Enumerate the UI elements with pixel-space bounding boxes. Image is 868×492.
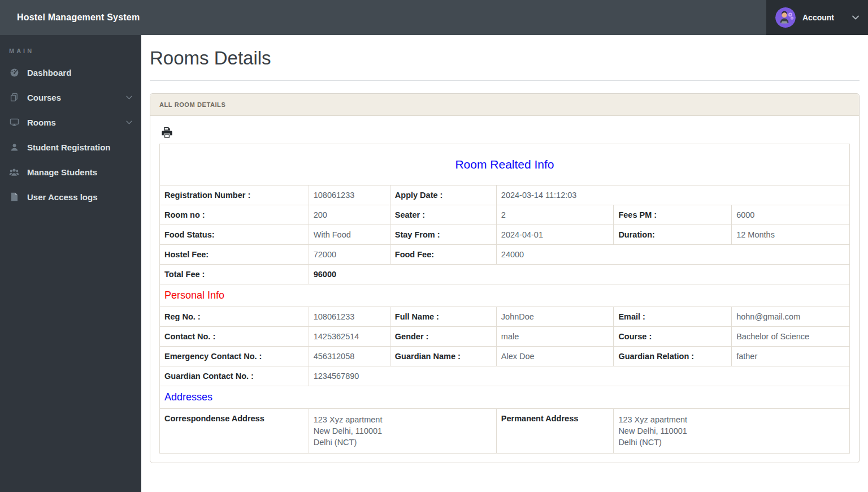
table-label-cell: Guardian Name :: [390, 347, 496, 366]
table-row: Correspondense Address123 Xyz apartmentN…: [160, 409, 850, 454]
panel-header: ALL ROOM DETAILS: [150, 94, 859, 116]
table-label-cell: Food Status:: [160, 225, 309, 245]
table-value-cell: JohnDoe: [496, 307, 614, 327]
table-label-cell: Seater :: [390, 205, 496, 225]
table-label-cell: Total Fee :: [160, 265, 309, 284]
table-label-cell: Hostel Fee:: [160, 245, 309, 265]
table-value-cell: 123 Xyz apartmentNew Delhi, 110001Delhi …: [309, 409, 496, 454]
printer-icon: [160, 126, 173, 139]
table-value-cell: With Food: [309, 225, 390, 245]
table-value-cell: 123 Xyz apartmentNew Delhi, 110001Delhi …: [614, 409, 850, 454]
table-value-cell: father: [732, 347, 850, 366]
avatar: [775, 7, 796, 28]
table-value-cell: male: [496, 327, 614, 347]
table-row: Guardian Contact No. :1234567890: [160, 366, 850, 386]
sidebar-item-manage-students[interactable]: Manage Students: [0, 159, 141, 184]
sidebar-item-student-registration[interactable]: Student Registration: [0, 135, 141, 159]
app-window: Hostel Management System Account MAIN Da…: [0, 0, 868, 492]
room-details-panel: ALL ROOM DETAILS Room Realted InfoRegist…: [150, 93, 860, 463]
table-value-cell: 108061233: [309, 185, 390, 205]
table-label-cell: Duration:: [614, 225, 732, 245]
table-value-cell: 12 Months: [732, 225, 850, 245]
main-content: Rooms Details ALL ROOM DETAILS Room: [141, 35, 868, 492]
desktop-icon: [9, 117, 19, 127]
table-label-cell: Guardian Contact No. :: [160, 366, 309, 386]
sidebar: MAIN DashboardCoursesRoomsStudent Regist…: [0, 35, 141, 492]
table-row: Reg No. :108061233Full Name :JohnDoeEmai…: [160, 307, 850, 327]
room-details-table: Room Realted InfoRegistration Number :10…: [159, 144, 850, 454]
table-value-cell: Bachelor of Science: [732, 327, 850, 347]
table-label-cell: Stay From :: [390, 225, 496, 245]
sidebar-item-user-access-logs[interactable]: User Access logs: [0, 184, 141, 209]
top-navbar: Hostel Management System Account: [0, 0, 868, 35]
table-label-cell: Room no :: [160, 205, 309, 225]
table-row: Personal Info: [160, 284, 850, 307]
table-value-cell: 2024-04-01: [496, 225, 614, 245]
table-row: Room no :200Seater :2Fees PM :6000: [160, 205, 850, 225]
table-row: Room Realted Info: [160, 144, 850, 185]
users-icon: [9, 167, 19, 177]
table-value-cell: hohn@gmail.com: [732, 307, 850, 327]
table-value-cell: Alex Doe: [496, 347, 614, 366]
table-label-cell: Reg No. :: [160, 307, 309, 327]
section-heading: Addresses: [160, 386, 850, 409]
sidebar-nav: DashboardCoursesRoomsStudent Registratio…: [0, 60, 141, 209]
print-button[interactable]: [160, 126, 173, 139]
table-value-cell: 72000: [309, 245, 390, 265]
chevron-down-icon: [126, 120, 132, 124]
table-label-cell: Permanent Address: [496, 409, 614, 454]
account-label: Account: [802, 13, 834, 22]
account-menu[interactable]: Account: [766, 0, 868, 35]
sidebar-section-label: MAIN: [0, 43, 141, 60]
page-title: Rooms Details: [150, 48, 860, 69]
table-row: Total Fee :96000: [160, 265, 850, 284]
panel-body: Room Realted InfoRegistration Number :10…: [150, 116, 859, 463]
chevron-down-icon: [852, 15, 859, 20]
table-value-cell: 108061233: [309, 307, 390, 327]
table-label-cell: Apply Date :: [390, 185, 496, 205]
table-value-cell: 6000: [732, 205, 850, 225]
app-title: Hostel Management System: [0, 12, 140, 23]
file-icon: [9, 192, 19, 202]
table-row: Emergency Contact No. :456312058Guardian…: [160, 347, 850, 366]
section-heading: Personal Info: [160, 284, 850, 307]
table-value-cell: 24000: [496, 245, 849, 265]
section-heading: Room Realted Info: [160, 144, 850, 185]
table-label-cell: Contact No. :: [160, 327, 309, 347]
table-label-cell: Correspondense Address: [160, 409, 309, 454]
table-label-cell: Fees PM :: [614, 205, 732, 225]
sidebar-item-rooms[interactable]: Rooms: [0, 110, 141, 135]
title-divider: [150, 80, 860, 81]
table-label-cell: Gender :: [390, 327, 496, 347]
table-value-cell: 1425362514: [309, 327, 390, 347]
sidebar-item-dashboard[interactable]: Dashboard: [0, 60, 141, 85]
table-row: Food Status:With FoodStay From :2024-04-…: [160, 225, 850, 245]
table-label-cell: Food Fee:: [390, 245, 496, 265]
table-value-cell: 2: [496, 205, 614, 225]
table-value-cell: 96000: [309, 265, 849, 284]
table-label-cell: Full Name :: [390, 307, 496, 327]
table-value-cell: 2024-03-14 11:12:03: [496, 185, 849, 205]
chevron-down-icon: [126, 96, 132, 100]
speedometer-icon: [9, 67, 19, 77]
table-label-cell: Emergency Contact No. :: [160, 347, 309, 366]
table-value-cell: 456312058: [309, 347, 390, 366]
docs-icon: [9, 92, 19, 102]
sidebar-item-label: User Access logs: [27, 192, 98, 202]
table-row: Addresses: [160, 386, 850, 409]
table-value-cell: 200: [309, 205, 390, 225]
table-label-cell: Registration Number :: [160, 185, 309, 205]
table-label-cell: Email :: [614, 307, 732, 327]
table-value-cell: 1234567890: [309, 366, 849, 386]
table-row: Registration Number :108061233Apply Date…: [160, 185, 850, 205]
sidebar-item-label: Student Registration: [27, 143, 111, 152]
sidebar-item-label: Rooms: [27, 118, 56, 127]
table-label-cell: Course :: [614, 327, 732, 347]
user-icon: [9, 142, 19, 152]
sidebar-item-courses[interactable]: Courses: [0, 85, 141, 110]
sidebar-item-label: Courses: [27, 93, 61, 102]
sidebar-item-label: Manage Students: [27, 167, 97, 177]
sidebar-item-label: Dashboard: [27, 68, 71, 77]
table-label-cell: Guardian Relation :: [614, 347, 732, 366]
table-row: Hostel Fee:72000Food Fee:24000: [160, 245, 850, 265]
